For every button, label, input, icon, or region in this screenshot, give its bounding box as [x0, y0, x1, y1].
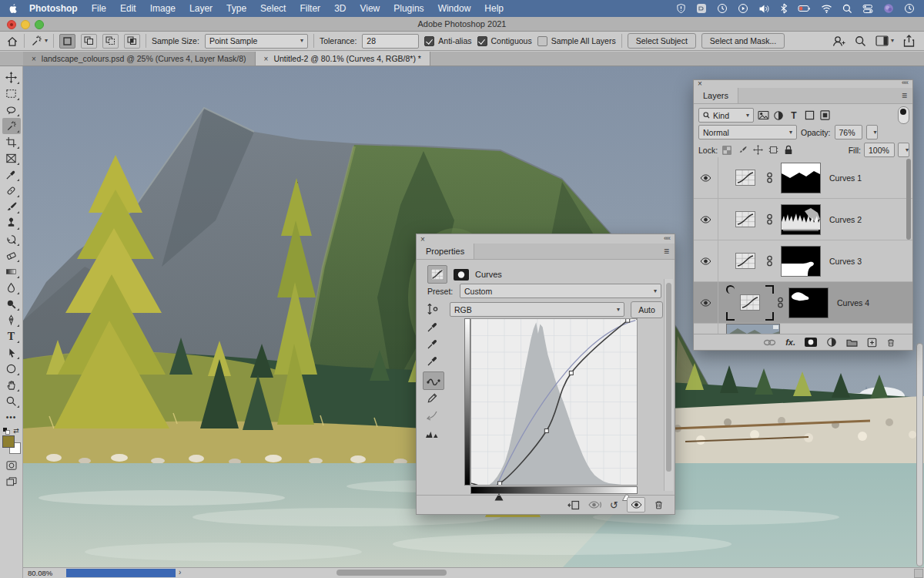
control-center-icon[interactable]	[862, 4, 873, 14]
workspace-switcher-icon[interactable]: ▾	[875, 35, 894, 46]
tool-move[interactable]	[2, 69, 21, 86]
shield-icon[interactable]	[676, 3, 686, 14]
share-export-icon[interactable]	[903, 35, 915, 47]
new-group-icon[interactable]	[846, 338, 858, 347]
clock-icon[interactable]	[904, 3, 915, 14]
layer-mask-thumbnail[interactable]	[781, 163, 821, 193]
tab-layers[interactable]: Layers	[694, 88, 738, 103]
menu-item-edit[interactable]: Edit	[113, 3, 143, 14]
default-swatches-icon[interactable]	[3, 428, 10, 435]
apple-icon[interactable]	[0, 3, 22, 15]
tool-hand[interactable]	[2, 377, 21, 393]
close-tab-icon[interactable]: ×	[32, 55, 36, 63]
reset-adjustment-icon[interactable]: ↺	[610, 500, 618, 510]
select-subject-button[interactable]: Select Subject	[628, 33, 696, 49]
clip-to-layer-icon[interactable]	[567, 500, 580, 510]
lock-position-icon[interactable]	[752, 144, 764, 156]
filter-adjustment-layers-icon[interactable]	[772, 109, 785, 121]
opacity-value[interactable]: 76%	[835, 125, 862, 139]
adjustment-layer-thumbnail[interactable]	[735, 211, 755, 227]
layer-visibility-toggle[interactable]	[694, 240, 718, 281]
fill-dropdown-button[interactable]: ▾	[898, 143, 909, 157]
curves-grid[interactable]	[470, 318, 638, 486]
tool-gradient[interactable]	[2, 264, 21, 280]
time-machine-icon[interactable]	[717, 3, 728, 14]
tool-zoom[interactable]	[2, 393, 21, 409]
view-previous-state-icon[interactable]	[588, 500, 601, 509]
foreground-color-swatch[interactable]	[2, 435, 15, 448]
volume-icon[interactable]	[758, 4, 770, 14]
adjustment-layer-thumbnail[interactable]	[740, 294, 760, 311]
intersect-selection-mode-button[interactable]	[124, 34, 140, 49]
tool-pen[interactable]	[2, 312, 21, 328]
menu-item-window[interactable]: Window	[431, 3, 478, 14]
menu-item-photoshop[interactable]: Photoshop	[22, 3, 85, 14]
new-selection-mode-button[interactable]	[59, 34, 75, 49]
filter-kind-select[interactable]: Kind▾	[698, 108, 754, 123]
lock-artboard-icon[interactable]	[767, 144, 779, 156]
mask-link-icon[interactable]	[766, 172, 773, 183]
layer-mask-thumbnail[interactable]	[788, 287, 829, 318]
menu-item-layer[interactable]: Layer	[182, 3, 219, 14]
lock-pixels-icon[interactable]	[736, 144, 748, 156]
fill-value[interactable]: 100%	[864, 143, 895, 157]
tool-crop[interactable]	[2, 134, 21, 150]
lock-all-icon[interactable]	[782, 144, 795, 156]
spotlight-search-icon[interactable]	[842, 4, 852, 14]
filter-shape-layers-icon[interactable]	[803, 109, 815, 121]
white-point-eyedropper-icon[interactable]	[427, 355, 439, 367]
tool-eyedropper[interactable]	[2, 166, 21, 183]
screen-mode-button[interactable]	[2, 473, 21, 489]
black-point-eyedropper-icon[interactable]	[427, 321, 439, 333]
share-user-icon[interactable]	[832, 35, 845, 47]
tool-healing-brush[interactable]	[2, 183, 21, 199]
layer-visibility-toggle[interactable]	[694, 282, 718, 323]
resize-grip[interactable]	[914, 569, 923, 578]
histogram-clip-warning-icon[interactable]	[425, 428, 439, 439]
sample-size-select[interactable]: Point Sample▾	[205, 34, 308, 49]
layer-name[interactable]: Curves 4	[837, 298, 869, 307]
draw-curve-pencil-icon[interactable]	[427, 392, 438, 404]
layer-name[interactable]: Curves 3	[829, 257, 862, 266]
gray-point-eyedropper-icon[interactable]	[427, 338, 439, 350]
panel-menu-icon[interactable]: ≡	[664, 246, 669, 257]
menu-item-select[interactable]: Select	[253, 3, 293, 14]
quick-mask-button[interactable]	[2, 457, 21, 473]
layer-mask-thumbnail[interactable]	[781, 204, 821, 235]
canvas-vertical-scrollbar[interactable]	[916, 343, 923, 566]
blend-mode-select[interactable]: Normal▾	[698, 125, 797, 139]
layers-scrollbar-thumb[interactable]	[906, 159, 911, 240]
smooth-curve-icon[interactable]	[426, 410, 439, 421]
anti-alias-checkbox[interactable]: Anti-alias	[424, 36, 471, 46]
tool-type[interactable]: T	[2, 328, 21, 344]
properties-scrollbar-thumb[interactable]	[666, 283, 671, 472]
mask-link-icon[interactable]	[766, 213, 773, 225]
collapse-panel-icon[interactable]: ««	[902, 79, 908, 86]
tool-brush[interactable]	[2, 199, 21, 215]
layer-row-curves1[interactable]: Curves 1	[694, 157, 912, 199]
layer-row-curves2[interactable]: Curves 2	[694, 199, 912, 240]
menu-item-3d[interactable]: 3D	[327, 3, 353, 14]
horizontal-scrollbar-thumb[interactable]	[336, 570, 447, 576]
channel-select[interactable]: RGB▾	[450, 302, 624, 317]
layer-row-curves3[interactable]: Curves 3	[694, 240, 912, 282]
properties-scrollbar[interactable]	[664, 279, 673, 491]
layer-visibility-toggle[interactable]	[694, 157, 718, 198]
preset-select[interactable]: Custom▾	[460, 284, 661, 298]
new-adjustment-layer-icon[interactable]	[826, 337, 837, 348]
layer-name[interactable]: Curves 2	[829, 215, 862, 224]
add-to-selection-mode-button[interactable]	[81, 34, 97, 49]
document-tab-landscape[interactable]: × landscape_colours.psd @ 25% (Curves 4,…	[23, 52, 256, 66]
magic-wand-tool-preset[interactable]: ▾	[30, 35, 48, 47]
subtract-from-selection-mode-button[interactable]	[102, 34, 119, 49]
close-tab-icon[interactable]: ×	[264, 55, 269, 63]
sample-all-layers-checkbox[interactable]: Sample All Layers	[537, 36, 616, 46]
battery-icon[interactable]	[798, 4, 811, 13]
edit-toolbar-button[interactable]: •••	[2, 409, 21, 425]
toggle-visibility-button[interactable]	[627, 497, 645, 512]
close-panel-icon[interactable]: ×	[698, 79, 702, 88]
mask-link-icon[interactable]	[777, 297, 784, 308]
bluetooth-icon[interactable]	[780, 3, 788, 14]
zoom-level-field[interactable]: 80.08%	[28, 569, 68, 576]
document-tab-untitled2[interactable]: × Untitled-2 @ 80.1% (Curves 4, RGB/8*) …	[256, 52, 430, 66]
